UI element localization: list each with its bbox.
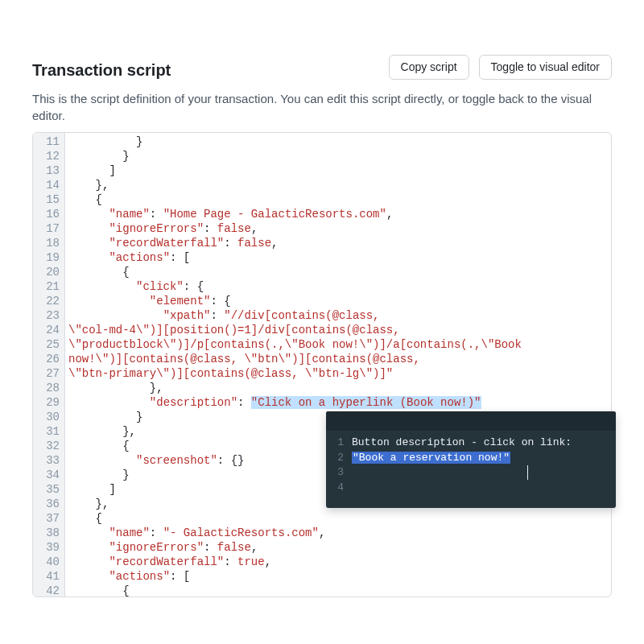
code-line: "description": "Click on a hyperlink (Bo… <box>68 395 608 410</box>
button-group: Copy script Toggle to visual editor <box>389 55 612 80</box>
floating-line-1: Button description - click on link: <box>352 436 608 451</box>
code-line: \"btn-primary\")][contains(@class, \"btn… <box>68 366 608 381</box>
text-cursor <box>527 465 528 480</box>
code-area[interactable]: } } ] }, { "name": "Home Page - Galactic… <box>65 133 611 597</box>
code-line: \"productblock\")]/p[contains(.,\"Book n… <box>68 337 608 352</box>
code-line: "recordWaterfall": true, <box>68 555 608 569</box>
code-line: ] <box>68 163 608 178</box>
floating-highlight: "Book a reservation now!" <box>352 452 510 464</box>
code-line: \"col-md-4\")][position()=1]/div[contain… <box>68 323 608 337</box>
floating-line-2: "Book a reservation now!" <box>352 451 608 466</box>
code-line: { <box>68 192 608 207</box>
code-line: "name": "Home Page - GalacticResorts.com… <box>68 207 608 221</box>
code-line: { <box>68 265 608 279</box>
code-line: } <box>68 134 608 149</box>
floating-editor-body[interactable]: 1234 Button description - click on link:… <box>326 431 616 508</box>
code-line: }, <box>68 178 608 192</box>
code-line: "xpath": "//div[contains(@class, <box>68 308 608 323</box>
code-line: now!\")][contains(@class, \"btn\")][cont… <box>68 352 608 366</box>
section-subtitle: This is the script definition of your tr… <box>32 91 612 124</box>
code-line: } <box>68 149 608 163</box>
code-line: "actions": [ <box>68 250 608 265</box>
code-line: { <box>68 511 608 526</box>
floating-editor[interactable]: 1234 Button description - click on link:… <box>326 411 616 508</box>
floating-line-gutter: 1234 <box>326 436 352 503</box>
header-row: Transaction script Copy script Toggle to… <box>32 55 612 80</box>
code-line: "click": { <box>68 279 608 294</box>
code-line: }, <box>68 381 608 395</box>
copy-script-button[interactable]: Copy script <box>389 55 469 80</box>
floating-editor-header[interactable] <box>326 411 616 431</box>
code-line: "recordWaterfall": false, <box>68 236 608 250</box>
code-line: "ignoreErrors": false, <box>68 221 608 236</box>
line-number-gutter: 1112131415161718192021222324252627282930… <box>33 133 65 597</box>
page: Transaction script Copy script Toggle to… <box>0 0 644 644</box>
code-line: "name": "- GalacticResorts.com", <box>68 526 608 540</box>
code-line: "ignoreErrors": false, <box>68 540 608 555</box>
floating-line-3 <box>352 465 608 481</box>
code-line: "actions": [ <box>68 569 608 584</box>
code-line: { <box>68 584 608 597</box>
toggle-editor-button[interactable]: Toggle to visual editor <box>479 55 612 80</box>
code-line: "element": { <box>68 294 608 308</box>
script-editor[interactable]: 1112131415161718192021222324252627282930… <box>32 132 612 597</box>
floating-code[interactable]: Button description - click on link: "Boo… <box>352 436 608 503</box>
floating-line-4 <box>352 481 608 496</box>
section-title: Transaction script <box>32 61 171 80</box>
